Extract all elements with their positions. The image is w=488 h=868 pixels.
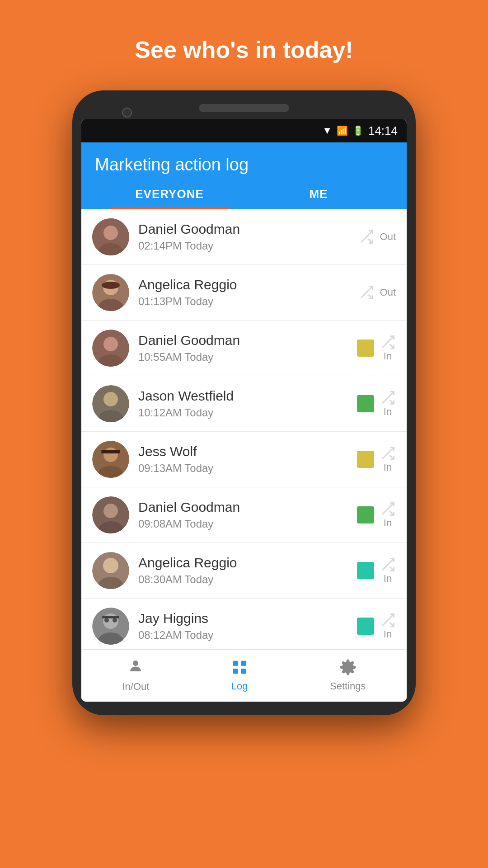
status-label-group: In [380, 445, 396, 473]
avatar [92, 218, 129, 255]
person-name: Jay Higgins [138, 611, 348, 626]
status-bar: ▼ 📶 🔋 14:14 [81, 119, 407, 142]
nav-item-settings[interactable]: Settings [330, 659, 366, 692]
person-info: Daniel Goodman 09:08AM Today [138, 500, 348, 530]
phone-screen: ▼ 📶 🔋 14:14 Marketing action log EVERYON… [81, 119, 407, 702]
svg-point-17 [103, 392, 118, 406]
nav-item-inout[interactable]: In/Out [122, 658, 149, 693]
person-time: 10:12AM Today [138, 406, 348, 419]
person-name: Daniel Goodman [138, 333, 348, 348]
svg-rect-24 [101, 450, 120, 453]
person-name: Daniel Goodman [138, 222, 349, 237]
log-item[interactable]: Jason Westfield 10:12AM Today In [81, 376, 407, 432]
shuffle-icon [380, 334, 396, 350]
status-label: In [384, 628, 392, 640]
person-name: Jess Wolf [138, 444, 348, 459]
svg-point-1 [103, 226, 118, 240]
status-icons: ▼ 📶 🔋 14:14 [322, 124, 398, 138]
status-label: In [384, 350, 392, 362]
person-name: Angelica Reggio [138, 555, 348, 571]
gear-icon [339, 659, 357, 678]
status-label-group: In [380, 390, 396, 418]
status-label: In [384, 462, 392, 473]
avatar [92, 274, 129, 311]
page-background: See who's in today! ▼ 📶 🔋 14:14 [0, 0, 488, 868]
person-name: Jason Westfield [138, 388, 348, 404]
log-item[interactable]: Daniel Goodman 09:08AM Today In [81, 487, 407, 543]
status-right: In [357, 390, 396, 418]
log-item[interactable]: Jay Higgins 08:12AM Today In [81, 599, 407, 649]
status-color-dot [357, 562, 374, 579]
log-item[interactable]: Angelica Reggio 01:13PM Today Out [81, 265, 407, 321]
nav-label-log: Log [231, 680, 248, 692]
svg-rect-42 [102, 616, 119, 618]
shuffle-icon [380, 390, 396, 406]
log-item[interactable]: Angelica Reggio 08:30AM Today In [81, 543, 407, 599]
avatar [92, 330, 129, 367]
person-icon [127, 658, 144, 678]
shuffle-icon [380, 612, 396, 628]
status-label-group: In [380, 334, 396, 362]
status-color-dot [357, 395, 374, 412]
nav-item-log[interactable]: Log [231, 659, 248, 692]
person-time: 01:13PM Today [138, 295, 349, 308]
svg-point-41 [113, 618, 117, 623]
log-item[interactable]: Daniel Goodman 10:55AM Today In [81, 321, 407, 376]
status-right: In [357, 445, 396, 473]
nav-label-settings: Settings [330, 680, 366, 692]
person-time: 08:12AM Today [138, 629, 348, 642]
status-color-dot [357, 618, 374, 635]
status-label-group: In [380, 557, 396, 585]
nav-label-inout: In/Out [122, 681, 149, 693]
person-info: Jay Higgins 08:12AM Today [138, 611, 348, 642]
person-info: Jess Wolf 09:13AM Today [138, 444, 348, 475]
status-color-dot [357, 506, 374, 524]
battery-icon: 🔋 [352, 125, 364, 136]
status-label: In [384, 406, 392, 418]
status-color-dot [357, 451, 374, 468]
status-right: In [357, 612, 396, 640]
status-label: Out [380, 287, 396, 298]
shuffle-icon [380, 501, 396, 517]
bottom-nav: In/Out Log [81, 649, 407, 702]
status-right: Out [358, 284, 396, 301]
shuffle-icon [380, 557, 396, 573]
phone-speaker [199, 104, 289, 112]
status-right: In [357, 501, 396, 529]
person-time: 08:30AM Today [138, 573, 348, 586]
status-right: Out [358, 229, 396, 245]
svg-rect-49 [241, 669, 246, 674]
signal-icon: 📶 [337, 125, 348, 136]
log-item[interactable]: Daniel Goodman 02:14PM Today Out [81, 209, 407, 265]
svg-point-12 [103, 337, 118, 351]
wifi-icon: ▼ [322, 125, 332, 137]
status-time: 14:14 [368, 124, 398, 138]
person-name: Angelica Reggio [138, 277, 349, 292]
app-title: Marketing action log [95, 155, 393, 175]
log-item[interactable]: Jess Wolf 09:13AM Today In [81, 432, 407, 487]
avatar [92, 385, 129, 422]
person-time: 10:55AM Today [138, 351, 348, 363]
tab-me[interactable]: ME [244, 187, 393, 209]
phone-camera [122, 108, 132, 118]
person-info: Angelica Reggio 01:13PM Today [138, 277, 349, 308]
status-label: In [384, 517, 392, 529]
svg-point-40 [104, 618, 109, 623]
person-time: 09:08AM Today [138, 518, 348, 530]
person-info: Daniel Goodman 02:14PM Today [138, 222, 349, 252]
avatar [92, 552, 129, 589]
svg-point-45 [133, 660, 138, 666]
person-info: Daniel Goodman 10:55AM Today [138, 333, 348, 363]
svg-point-22 [103, 448, 118, 462]
tab-everyone[interactable]: EVERYONE [95, 187, 244, 209]
svg-rect-46 [233, 660, 238, 665]
page-headline: See who's in today! [0, 0, 488, 90]
avatar [92, 441, 129, 478]
svg-point-28 [103, 504, 118, 518]
person-time: 02:14PM Today [138, 240, 349, 252]
person-info: Angelica Reggio 08:30AM Today [138, 555, 348, 586]
shuffle-icon [380, 445, 396, 462]
svg-point-33 [103, 558, 118, 573]
shuffle-icon [358, 284, 375, 301]
log-list: Daniel Goodman 02:14PM Today Out [81, 209, 407, 649]
